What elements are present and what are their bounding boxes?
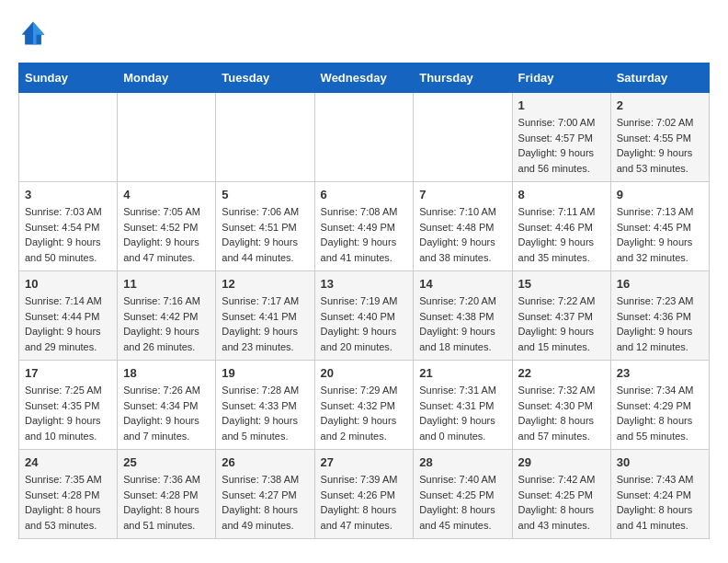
weekday-header-row: SundayMondayTuesdayWednesdayThursdayFrid… (19, 63, 710, 93)
calendar-cell: 28 Sunrise: 7:40 AMSunset: 4:25 PMDaylig… (414, 450, 512, 539)
day-detail: Sunrise: 7:20 AMSunset: 4:38 PMDaylight:… (419, 293, 506, 354)
calendar-cell: 5 Sunrise: 7:06 AMSunset: 4:51 PMDayligh… (216, 182, 314, 271)
day-detail: Sunrise: 7:32 AMSunset: 4:30 PMDaylight:… (518, 383, 605, 443)
day-detail: Sunrise: 7:43 AMSunset: 4:24 PMDaylight:… (617, 472, 703, 533)
logo-icon (18, 18, 48, 48)
calendar-cell: 22 Sunrise: 7:32 AMSunset: 4:30 PMDaylig… (512, 361, 610, 450)
weekday-header: Wednesday (314, 63, 414, 93)
calendar-cell (19, 93, 118, 182)
day-number: 2 (617, 98, 703, 112)
day-detail: Sunrise: 7:03 AMSunset: 4:54 PMDaylight:… (25, 204, 111, 265)
calendar-cell: 11 Sunrise: 7:16 AMSunset: 4:42 PMDaylig… (118, 271, 216, 361)
weekday-header: Saturday (610, 63, 709, 93)
day-number: 27 (321, 455, 408, 469)
calendar-cell: 17 Sunrise: 7:25 AMSunset: 4:35 PMDaylig… (19, 361, 118, 450)
day-number: 14 (419, 277, 506, 291)
calendar-cell: 14 Sunrise: 7:20 AMSunset: 4:38 PMDaylig… (414, 271, 512, 361)
weekday-header: Thursday (414, 63, 512, 93)
day-detail: Sunrise: 7:13 AMSunset: 4:45 PMDaylight:… (617, 204, 703, 265)
day-number: 7 (419, 188, 506, 201)
day-detail: Sunrise: 7:06 AMSunset: 4:51 PMDaylight:… (222, 204, 308, 265)
calendar-cell: 18 Sunrise: 7:26 AMSunset: 4:34 PMDaylig… (118, 361, 216, 450)
calendar-cell: 4 Sunrise: 7:05 AMSunset: 4:52 PMDayligh… (118, 182, 216, 271)
day-number: 4 (123, 188, 210, 201)
day-detail: Sunrise: 7:26 AMSunset: 4:34 PMDaylight:… (123, 383, 210, 443)
day-number: 30 (617, 455, 703, 469)
calendar-week-row: 24 Sunrise: 7:35 AMSunset: 4:28 PMDaylig… (19, 450, 710, 539)
logo (18, 18, 51, 48)
calendar-cell: 1 Sunrise: 7:00 AMSunset: 4:57 PMDayligh… (512, 93, 610, 182)
day-number: 20 (321, 366, 408, 380)
day-detail: Sunrise: 7:31 AMSunset: 4:31 PMDaylight:… (419, 383, 506, 443)
day-number: 26 (222, 455, 308, 469)
day-detail: Sunrise: 7:14 AMSunset: 4:44 PMDaylight:… (25, 293, 111, 354)
day-detail: Sunrise: 7:17 AMSunset: 4:41 PMDaylight:… (222, 293, 308, 354)
day-detail: Sunrise: 7:28 AMSunset: 4:33 PMDaylight:… (222, 383, 308, 443)
day-detail: Sunrise: 7:22 AMSunset: 4:37 PMDaylight:… (518, 293, 605, 354)
calendar-week-row: 10 Sunrise: 7:14 AMSunset: 4:44 PMDaylig… (19, 271, 710, 361)
day-number: 11 (123, 277, 210, 291)
calendar-cell: 2 Sunrise: 7:02 AMSunset: 4:55 PMDayligh… (610, 93, 709, 182)
day-number: 17 (25, 366, 111, 380)
day-detail: Sunrise: 7:11 AMSunset: 4:46 PMDaylight:… (518, 204, 605, 265)
day-number: 29 (518, 455, 605, 469)
calendar-cell: 8 Sunrise: 7:11 AMSunset: 4:46 PMDayligh… (512, 182, 610, 271)
calendar-week-row: 1 Sunrise: 7:00 AMSunset: 4:57 PMDayligh… (19, 93, 710, 182)
weekday-header: Friday (512, 63, 610, 93)
calendar-cell: 29 Sunrise: 7:42 AMSunset: 4:25 PMDaylig… (512, 450, 610, 539)
calendar-cell: 27 Sunrise: 7:39 AMSunset: 4:26 PMDaylig… (314, 450, 414, 539)
calendar-cell: 21 Sunrise: 7:31 AMSunset: 4:31 PMDaylig… (414, 361, 512, 450)
day-number: 28 (419, 455, 506, 469)
calendar-cell: 6 Sunrise: 7:08 AMSunset: 4:49 PMDayligh… (314, 182, 414, 271)
day-detail: Sunrise: 7:10 AMSunset: 4:48 PMDaylight:… (419, 204, 506, 265)
page-header (18, 18, 710, 48)
day-detail: Sunrise: 7:08 AMSunset: 4:49 PMDaylight:… (321, 204, 408, 265)
day-number: 21 (419, 366, 506, 380)
calendar-cell: 30 Sunrise: 7:43 AMSunset: 4:24 PMDaylig… (610, 450, 709, 539)
calendar-cell: 20 Sunrise: 7:29 AMSunset: 4:32 PMDaylig… (314, 361, 414, 450)
day-detail: Sunrise: 7:16 AMSunset: 4:42 PMDaylight:… (123, 293, 210, 354)
weekday-header: Tuesday (216, 63, 314, 93)
calendar-cell (216, 93, 314, 182)
day-number: 9 (617, 188, 703, 201)
day-detail: Sunrise: 7:02 AMSunset: 4:55 PMDaylight:… (617, 115, 703, 176)
day-number: 10 (25, 277, 111, 291)
day-number: 15 (518, 277, 605, 291)
day-detail: Sunrise: 7:19 AMSunset: 4:40 PMDaylight:… (321, 293, 408, 354)
day-number: 18 (123, 366, 210, 380)
calendar-cell (314, 93, 414, 182)
calendar-cell (118, 93, 216, 182)
calendar-cell: 10 Sunrise: 7:14 AMSunset: 4:44 PMDaylig… (19, 271, 118, 361)
weekday-header: Monday (118, 63, 216, 93)
day-number: 25 (123, 455, 210, 469)
day-detail: Sunrise: 7:34 AMSunset: 4:29 PMDaylight:… (617, 383, 703, 443)
calendar-week-row: 17 Sunrise: 7:25 AMSunset: 4:35 PMDaylig… (19, 361, 710, 450)
day-detail: Sunrise: 7:25 AMSunset: 4:35 PMDaylight:… (25, 383, 111, 443)
day-number: 12 (222, 277, 308, 291)
day-detail: Sunrise: 7:39 AMSunset: 4:26 PMDaylight:… (321, 472, 408, 533)
calendar-cell: 12 Sunrise: 7:17 AMSunset: 4:41 PMDaylig… (216, 271, 314, 361)
day-detail: Sunrise: 7:38 AMSunset: 4:27 PMDaylight:… (222, 472, 308, 533)
day-number: 23 (617, 366, 703, 380)
calendar-cell: 19 Sunrise: 7:28 AMSunset: 4:33 PMDaylig… (216, 361, 314, 450)
calendar-cell: 7 Sunrise: 7:10 AMSunset: 4:48 PMDayligh… (414, 182, 512, 271)
day-number: 19 (222, 366, 308, 380)
calendar-cell: 16 Sunrise: 7:23 AMSunset: 4:36 PMDaylig… (610, 271, 709, 361)
calendar-cell: 3 Sunrise: 7:03 AMSunset: 4:54 PMDayligh… (19, 182, 118, 271)
day-number: 16 (617, 277, 703, 291)
day-detail: Sunrise: 7:42 AMSunset: 4:25 PMDaylight:… (518, 472, 605, 533)
weekday-header: Sunday (19, 63, 118, 93)
calendar-cell: 26 Sunrise: 7:38 AMSunset: 4:27 PMDaylig… (216, 450, 314, 539)
day-detail: Sunrise: 7:40 AMSunset: 4:25 PMDaylight:… (419, 472, 506, 533)
day-number: 22 (518, 366, 605, 380)
day-number: 6 (321, 188, 408, 201)
calendar-cell: 15 Sunrise: 7:22 AMSunset: 4:37 PMDaylig… (512, 271, 610, 361)
calendar-cell: 24 Sunrise: 7:35 AMSunset: 4:28 PMDaylig… (19, 450, 118, 539)
day-number: 24 (25, 455, 111, 469)
day-detail: Sunrise: 7:35 AMSunset: 4:28 PMDaylight:… (25, 472, 111, 533)
day-number: 1 (518, 98, 605, 112)
calendar-cell: 9 Sunrise: 7:13 AMSunset: 4:45 PMDayligh… (610, 182, 709, 271)
calendar-cell: 23 Sunrise: 7:34 AMSunset: 4:29 PMDaylig… (610, 361, 709, 450)
day-detail: Sunrise: 7:05 AMSunset: 4:52 PMDaylight:… (123, 204, 210, 265)
day-number: 5 (222, 188, 308, 201)
